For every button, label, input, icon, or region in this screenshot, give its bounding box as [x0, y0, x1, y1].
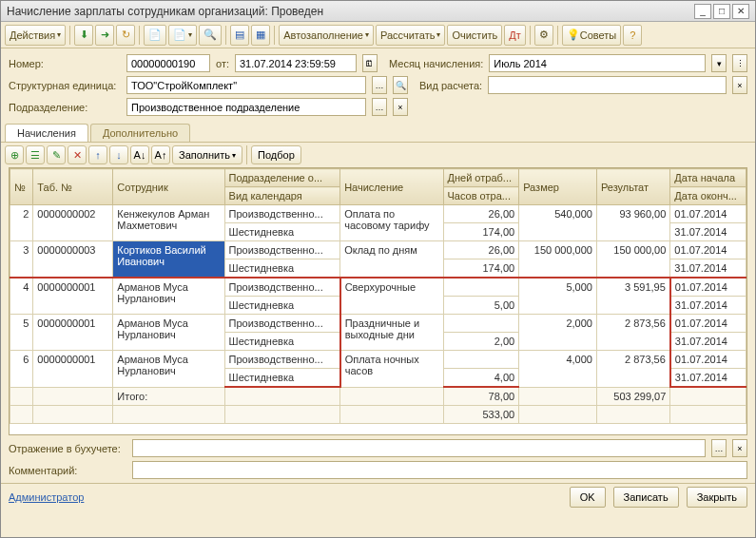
month-drop-icon[interactable]: ▾ [711, 54, 727, 72]
main-toolbar: Действия ⬇ ➜ ↻ 📄 📄 🔍 ▤ ▦ Автозаполнение … [1, 22, 755, 48]
col-index[interactable]: № [10, 169, 33, 205]
col-size[interactable]: Размер [519, 169, 597, 205]
edit-row-icon[interactable]: ✎ [47, 145, 66, 164]
unit-pick-icon[interactable]: … [372, 76, 387, 94]
unit-open-icon[interactable]: 🔍 [393, 76, 408, 94]
unit-label: Структурная единица: [9, 80, 121, 91]
post-icon[interactable]: ⬇ [74, 25, 93, 46]
actions-menu[interactable]: Действия [5, 25, 66, 46]
accruals-table[interactable]: № Таб. № Сотрудник Подразделение о... На… [10, 168, 746, 424]
refresh-icon[interactable]: ↻ [116, 25, 135, 46]
from-label: от: [216, 58, 229, 69]
col-accrual[interactable]: Начисление [340, 169, 443, 205]
accounting-pick-icon[interactable]: … [711, 439, 727, 457]
calc-type-label: Вид расчета: [419, 80, 482, 91]
advice-button[interactable]: 💡 Советы [562, 25, 621, 46]
calc-type-input[interactable] [488, 76, 727, 94]
col-calendar[interactable]: Вид календаря [224, 187, 340, 205]
maximize-button[interactable]: □ [713, 4, 730, 19]
totals-row: Итого: 78,00 503 299,07 [10, 387, 746, 406]
accounting-input[interactable] [132, 439, 706, 457]
sort-asc-icon[interactable]: A↓ [130, 145, 149, 164]
mark-icon[interactable]: ➜ [95, 25, 114, 46]
month-input[interactable] [489, 54, 706, 72]
add-row-icon[interactable]: ⊕ [5, 145, 24, 164]
table-row[interactable]: 40000000001Арманов Муса НурлановичПроизв… [10, 278, 746, 297]
ok-button[interactable]: OK [570, 487, 606, 508]
minimize-button[interactable]: _ [694, 4, 711, 19]
table-row[interactable]: 30000000003Кортиков Василий ИвановичПрои… [10, 241, 746, 259]
dkt-icon[interactable]: Дт [504, 25, 526, 46]
fill-menu[interactable]: Заполнить [172, 145, 242, 164]
totals-row-2: 533,00 [10, 406, 746, 424]
doc-menu[interactable]: 📄 [168, 25, 197, 46]
month-label: Месяц начисления: [389, 58, 483, 69]
col-department[interactable]: Подразделение о... [224, 169, 340, 187]
struct-2-icon[interactable]: ▦ [251, 25, 270, 46]
division-clear-icon[interactable]: × [393, 98, 408, 116]
calc-type-clear-icon[interactable]: × [732, 76, 747, 94]
col-result[interactable]: Результат [596, 169, 669, 205]
col-hours[interactable]: Часов отра... [443, 187, 519, 205]
help-icon[interactable]: ? [623, 25, 642, 46]
col-tab[interactable]: Таб. № [33, 169, 113, 205]
settings-icon[interactable]: ⚙ [534, 25, 553, 46]
print-icon[interactable]: 🔍 [199, 25, 222, 46]
pick-button[interactable]: Подбор [251, 145, 301, 164]
comment-label: Комментарий: [9, 465, 126, 476]
clone-row-icon[interactable]: ☰ [26, 145, 45, 164]
col-days[interactable]: Дней отраб... [443, 169, 519, 187]
close-button[interactable]: ✕ [732, 4, 749, 19]
grid-toolbar: ⊕ ☰ ✎ ✕ ↑ ↓ A↓ A↑ Заполнить Подбор [1, 143, 755, 167]
division-pick-icon[interactable]: … [372, 98, 387, 116]
close-form-button[interactable]: Закрыть [687, 487, 747, 508]
delete-row-icon[interactable]: ✕ [68, 145, 87, 164]
move-down-icon[interactable]: ↓ [109, 145, 128, 164]
autofill-menu[interactable]: Автозаполнение [279, 25, 374, 46]
tabs: Начисления Дополнительно [1, 124, 755, 143]
division-label: Подразделение: [9, 102, 121, 113]
unit-input[interactable] [126, 76, 366, 94]
user-link[interactable]: Администратор [9, 491, 84, 503]
window-title: Начисление зарплаты сотрудникам организа… [7, 5, 323, 18]
col-date-end[interactable]: Дата оконч... [670, 187, 746, 205]
division-input[interactable] [126, 98, 366, 116]
clear-button[interactable]: Очистить [447, 25, 502, 46]
month-step-icon[interactable]: ⋮ [732, 54, 747, 72]
accounting-clear-icon[interactable]: × [732, 439, 747, 457]
table-row[interactable]: 60000000001Арманов Муса НурлановичПроизв… [10, 351, 746, 369]
col-employee[interactable]: Сотрудник [113, 169, 224, 205]
date-input[interactable] [235, 54, 357, 72]
table-row[interactable]: 20000000002Кенжекулов Арман МахметовичПр… [10, 205, 746, 223]
number-input[interactable] [126, 54, 210, 72]
calculate-menu[interactable]: Рассчитать [376, 25, 445, 46]
number-label: Номер: [9, 58, 121, 69]
copy-icon[interactable]: 📄 [144, 25, 166, 46]
col-date-start[interactable]: Дата начала [670, 169, 746, 187]
save-button[interactable]: Записать [613, 487, 679, 508]
table-row[interactable]: 50000000001Арманов Муса НурлановичПроизв… [10, 315, 746, 333]
sort-desc-icon[interactable]: A↑ [151, 145, 170, 164]
tab-additional[interactable]: Дополнительно [90, 124, 190, 142]
comment-input[interactable] [132, 461, 747, 479]
titlebar: Начисление зарплаты сотрудникам организа… [1, 1, 755, 22]
accounting-label: Отражение в бухучете: [9, 443, 126, 454]
date-picker-icon[interactable]: 🗓 [362, 54, 378, 72]
tab-accruals[interactable]: Начисления [5, 124, 88, 142]
move-up-icon[interactable]: ↑ [88, 145, 107, 164]
struct-1-icon[interactable]: ▤ [230, 25, 249, 46]
